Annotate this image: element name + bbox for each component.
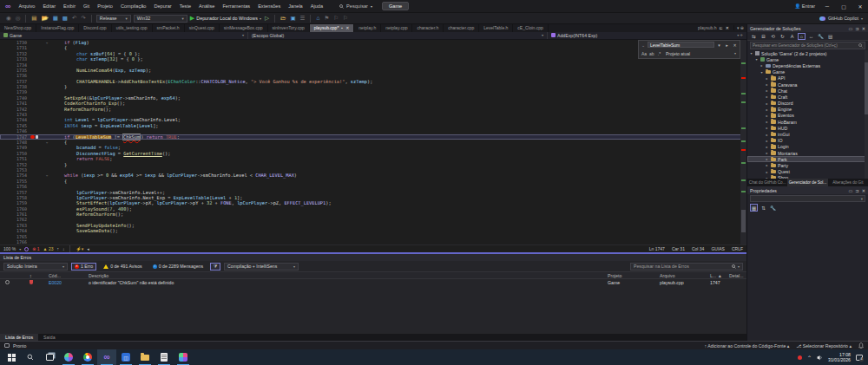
bookmark-next-icon[interactable]: ⚐ — [332, 14, 339, 23]
github-copilot-badge[interactable]: GitHub Copilot ▾ — [819, 16, 863, 21]
tab-ce-cloin-cpp[interactable]: cE_Cloin.cpp — [513, 24, 548, 32]
menu-ajuda[interactable]: Ajuda — [307, 2, 326, 10]
tab-playsub-h[interactable]: playsub.h⊏✕ — [694, 25, 734, 30]
chevron-right-icon[interactable]: ▸ — [765, 76, 769, 81]
tab-character-h[interactable]: character.h — [412, 24, 444, 32]
menu-ferramentas[interactable]: Ferramentas — [219, 2, 253, 10]
menu-arquivo[interactable]: Arquivo — [15, 2, 38, 10]
taskbar-visual-studio-icon[interactable]: ∞ — [97, 349, 116, 365]
close-tab-icon[interactable]: ✕ — [726, 25, 729, 30]
add-to-source-control-button[interactable]: ↑ Adicionar ao Controle do Código-Fonte … — [705, 343, 790, 349]
tab-utils-testing-cpp[interactable]: utils_testing.cpp — [112, 24, 153, 32]
chevron-right-icon[interactable]: ▸ — [765, 176, 769, 179]
pin-icon[interactable]: ⊐ — [855, 188, 858, 193]
tree-scrollbar[interactable] — [865, 50, 868, 179]
start-without-debugging-icon[interactable]: ▷ — [264, 14, 270, 23]
bookmark-prev-icon[interactable]: ⚐ — [342, 14, 349, 23]
properties-icon[interactable]: 🔧 — [817, 34, 825, 39]
tab-playsub-cpp[interactable]: playsub.cpp*▪✕ — [310, 24, 355, 32]
minimize-button[interactable]: ─ — [823, 3, 832, 9]
code-health-icon[interactable] — [24, 247, 29, 251]
chevron-down-icon[interactable]: ▾ — [760, 70, 764, 75]
tab-smpacket-h[interactable]: smPacket.h — [153, 24, 185, 32]
chevron-right-icon[interactable]: ▸ — [765, 145, 769, 149]
prev-issue-icon[interactable]: ↑ — [56, 246, 59, 251]
code-line-1745[interactable]: 1745INT64 iexp = ExpLevelTable[Level]; — [0, 123, 746, 128]
global-search-button[interactable]: Pesquisar ▾ — [335, 3, 377, 10]
menu-projeto[interactable]: Projeto — [94, 2, 116, 10]
open-file-icon[interactable]: 📂 — [41, 14, 49, 23]
error-row[interactable]: E0020o identificador "ChkSum" não está d… — [0, 279, 746, 286]
tab-newshop-cpp[interactable]: NewShop.cpp — [0, 24, 36, 32]
property-pages-icon[interactable]: 🔧 — [769, 204, 777, 212]
taskbar-chrome-icon[interactable] — [78, 349, 97, 365]
fold-marker[interactable]: ⌄ — [43, 40, 50, 45]
build-icon[interactable]: ▣ — [289, 14, 296, 23]
tree-item-eventos[interactable]: ▸Eventos — [747, 113, 868, 119]
code-line-1764[interactable]: 1764SaveGameData(); — [0, 228, 746, 233]
tab-netplay-h[interactable]: netplay.h — [354, 24, 381, 32]
tool-tab-alteracoes-do-git[interactable]: Alterações do Git — [828, 179, 868, 186]
column-file[interactable]: Arquivo — [660, 273, 710, 278]
column-detail[interactable]: Detal... — [729, 273, 746, 278]
menu-depurar[interactable]: Depurar — [150, 2, 174, 10]
properties-object-dropdown[interactable]: ▾ — [750, 195, 865, 202]
bookmark-icon[interactable]: ⚑ — [323, 14, 330, 23]
whole-word-toggle[interactable]: ab — [648, 50, 654, 57]
glyph-margin[interactable] — [30, 135, 43, 140]
tray-expand-icon[interactable]: ⌃ — [807, 355, 812, 361]
feedback-icon[interactable] — [4, 343, 10, 348]
tab-overflow-icon[interactable]: ▾ ⊕ — [734, 25, 746, 30]
save-icon[interactable]: ▦ — [52, 14, 59, 23]
taskbar-file-explorer-icon[interactable] — [135, 349, 155, 365]
taskbar-search-icon[interactable] — [21, 349, 40, 365]
tab-discord-cpp[interactable]: Discord.cpp — [79, 24, 111, 32]
match-case-toggle[interactable]: Aa — [641, 50, 647, 57]
save-all-icon[interactable]: ▩ — [62, 14, 69, 23]
tree-item-park[interactable]: ▸Park — [747, 156, 868, 162]
platform-dropdown[interactable]: Win32▾ — [134, 15, 187, 23]
status-col[interactable]: Col 34 — [692, 246, 704, 251]
close-tab-icon[interactable]: ✕ — [345, 25, 349, 30]
intellisense-icon[interactable]: ⌂ — [315, 14, 320, 23]
tree-item-party[interactable]: ▸Party — [747, 162, 868, 168]
sign-in-button[interactable]: 👤 Entrar — [794, 3, 815, 9]
chevron-right-icon[interactable]: ▸ — [765, 170, 769, 174]
solution-explorer-search[interactable]: Pesquisar em Gerenciador de Soluções (Ct… — [750, 42, 865, 49]
status-car[interactable]: Car 31 — [672, 246, 685, 251]
collapse-strip-icon[interactable]: ◂ — [87, 246, 89, 251]
tool-tab-gerenciador-de-sol[interactable]: Gerenciador de Sol... — [787, 179, 827, 186]
tree-item-dependencias-externas[interactable]: ▸Dependências Externas — [747, 62, 868, 68]
taskbar-start-icon[interactable] — [2, 349, 21, 365]
clock[interactable]: 17:08 31/01/2026 — [828, 352, 851, 362]
redo-icon[interactable]: ↷ — [80, 14, 86, 23]
source-filter-dropdown[interactable]: Compilação + IntelliSens▾ — [224, 263, 299, 270]
next-issue-icon[interactable]: ↓ — [62, 246, 65, 251]
pending-changes-filter-icon[interactable]: ↔ — [807, 34, 815, 39]
tab-instanceflag-cpp[interactable]: InstanceFlag.cpp — [36, 24, 79, 32]
panel-tab-saida[interactable]: Saída — [38, 334, 61, 341]
taskbar-task-view-icon[interactable] — [40, 349, 59, 365]
status-crlf[interactable]: CRLF — [732, 246, 743, 251]
tab-leveltable-h[interactable]: LevelTable.h — [479, 24, 513, 32]
pin-icon[interactable]: ⊐ — [855, 26, 858, 31]
status-ln[interactable]: Ln 1747 — [649, 246, 665, 251]
notification-center-icon[interactable]: 4 — [856, 355, 863, 361]
find-scope-dropdown[interactable]: Projeto atual▾ — [664, 51, 738, 56]
document-warnings-indicator[interactable]: ▲ 23 — [43, 246, 54, 251]
code-line-1755[interactable]: 1755{ — [0, 179, 746, 184]
panel-tab-lista-de-erros[interactable]: Lista de Erros — [0, 334, 38, 341]
tab-sinmessagebox-cpp[interactable]: sinMessageBox.cpp — [220, 24, 268, 32]
chevron-right-icon[interactable]: ▸ — [765, 151, 769, 155]
tree-item-discord[interactable]: ▸Discord — [747, 101, 868, 107]
show-all-files-icon[interactable]: ▤ — [826, 34, 834, 39]
find-next-icon[interactable]: ▸ — [724, 42, 730, 48]
attach-process-icon[interactable]: 🗁 — [279, 14, 287, 23]
categorized-view-icon[interactable]: ▦ — [750, 204, 758, 212]
close-panel-icon[interactable]: ✕ — [862, 188, 865, 193]
tree-item-chat[interactable]: ▸Chat — [747, 88, 868, 94]
notifications-bell-icon[interactable] — [858, 342, 864, 349]
regex-toggle[interactable]: .* — [656, 50, 662, 57]
menu-exibir[interactable]: Exibir — [60, 2, 79, 10]
errors-filter-button[interactable]: ✕ 1 Erro — [71, 263, 96, 270]
